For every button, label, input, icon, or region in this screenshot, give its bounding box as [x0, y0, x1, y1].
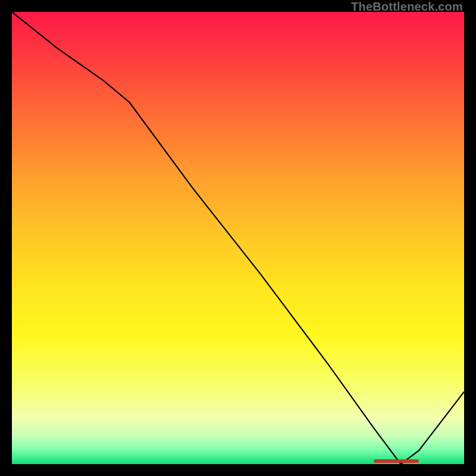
- bottleneck-curve: [12, 12, 464, 464]
- optimum-marker: [374, 459, 419, 463]
- plot-area: [12, 12, 464, 464]
- chart-frame: TheBottleneck.com: [0, 0, 476, 476]
